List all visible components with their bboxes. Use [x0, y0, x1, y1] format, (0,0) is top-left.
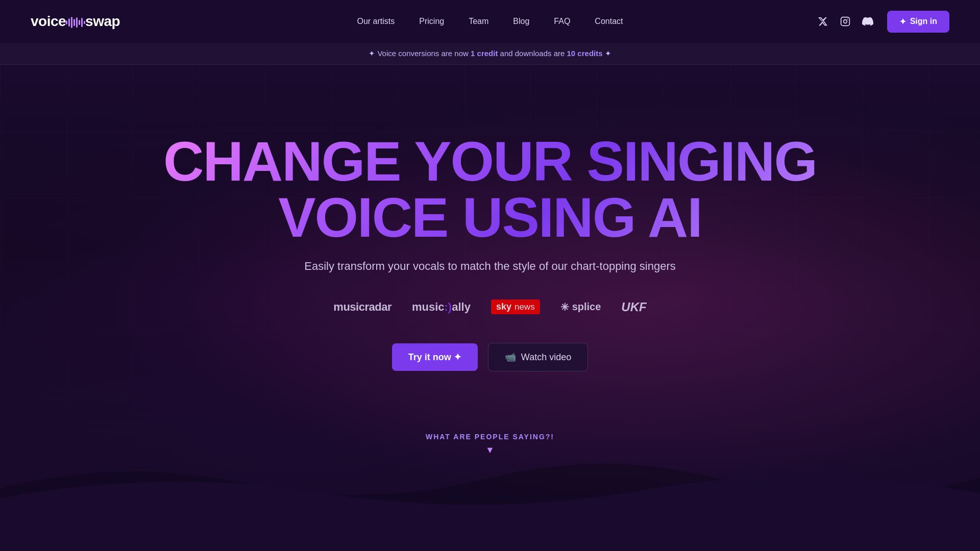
nav-pricing[interactable]: Pricing	[419, 17, 444, 26]
nav-contact[interactable]: Contact	[595, 17, 623, 26]
ukf-text: UKF	[621, 300, 646, 314]
sign-in-button[interactable]: ✦ Sign in	[887, 11, 949, 33]
try-now-button[interactable]: Try it now ✦	[392, 343, 478, 371]
credit2-highlight: 10 credits	[567, 49, 603, 58]
wave-bottom	[0, 453, 980, 524]
cta-row: Try it now ✦ 📹 Watch video	[392, 343, 588, 371]
logo-ukf: UKF	[621, 300, 646, 314]
watch-video-button[interactable]: 📹 Watch video	[488, 343, 588, 371]
navbar: voice swap Our artists Pricing Team Blog…	[0, 0, 980, 43]
sign-in-label: Sign in	[910, 17, 937, 26]
logo-swap: swap	[85, 13, 120, 29]
logo[interactable]: voice swap	[31, 13, 120, 30]
instagram-icon[interactable]	[838, 14, 852, 29]
discord-icon[interactable]	[861, 14, 875, 29]
social-icons	[816, 14, 875, 29]
nav-our-artists[interactable]: Our artists	[357, 17, 395, 26]
hero-title-line1: CHANGE YOUR SINGING	[163, 130, 817, 192]
musically-text: music:)ally	[412, 300, 471, 314]
nav-right: ✦ Sign in	[816, 11, 949, 33]
logo-splice: ✳ splice	[560, 301, 601, 313]
hero-title-line2: VOICE USING AI	[278, 186, 702, 248]
logo-skynews: sky news	[491, 299, 540, 314]
logo-voice: voice	[31, 13, 66, 29]
hero-section: CHANGE YOUR SINGING VOICE USING AI Easil…	[0, 65, 980, 524]
musicradar-text: musicradar	[333, 300, 391, 314]
hero-subtitle: Easily transform your vocals to match th…	[304, 260, 676, 273]
logo-text: voice swap	[31, 13, 120, 30]
nav-links: Our artists Pricing Team Blog FAQ Contac…	[357, 17, 623, 26]
announcement-banner: ✦ Voice conversions are now 1 credit and…	[0, 43, 980, 65]
hero-content: CHANGE YOUR SINGING VOICE USING AI Easil…	[143, 133, 837, 456]
splice-text: ✳ splice	[560, 301, 601, 313]
nav-blog[interactable]: Blog	[513, 17, 529, 26]
twitter-icon[interactable]	[816, 14, 830, 29]
watch-video-icon: 📹	[505, 352, 516, 363]
what-people-saying-label: WHAT ARE PEOPLE SAYING?!	[426, 433, 554, 441]
splice-icon: ✳	[560, 301, 569, 313]
credit1-highlight: 1 credit	[471, 49, 498, 58]
sign-in-icon: ✦	[899, 17, 906, 27]
logo-musically: music:)ally	[412, 300, 471, 314]
announcement-text: ✦ Voice conversions are now 1 credit and…	[369, 49, 611, 58]
hero-title: CHANGE YOUR SINGING VOICE USING AI	[163, 133, 817, 245]
logos-row: musicradar music:)ally sky news ✳ splice	[333, 299, 646, 314]
scroll-arrow[interactable]: ▼	[485, 445, 495, 456]
bottom-section: WHAT ARE PEOPLE SAYING?! ▼	[426, 433, 554, 456]
nav-team[interactable]: Team	[469, 17, 488, 26]
svg-point-2	[847, 19, 848, 20]
skynews-text: sky news	[491, 299, 540, 314]
nav-faq[interactable]: FAQ	[554, 17, 570, 26]
watch-video-label: Watch video	[521, 352, 571, 363]
logo-musicradar: musicradar	[333, 300, 391, 314]
svg-point-1	[843, 20, 847, 23]
try-now-label: Try it now ✦	[408, 352, 461, 363]
svg-rect-0	[841, 17, 849, 26]
logo-waveform	[66, 16, 85, 29]
